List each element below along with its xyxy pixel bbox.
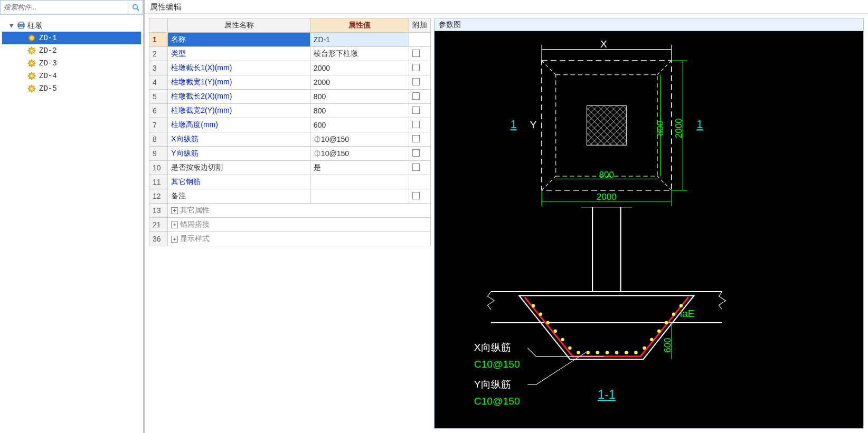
prop-row[interactable]: 11 其它钢筋 xyxy=(149,175,431,189)
svg-text:X: X xyxy=(600,39,607,50)
prop-name: 名称 xyxy=(168,33,310,47)
header-value: 属性值 xyxy=(310,18,409,33)
svg-point-34 xyxy=(31,62,33,64)
svg-point-93 xyxy=(546,321,550,324)
extra-checkbox[interactable] xyxy=(412,92,420,100)
svg-point-14 xyxy=(31,37,33,39)
svg-point-54 xyxy=(31,88,33,90)
prop-value[interactable]: 是 xyxy=(310,161,409,175)
property-pane: 属性编辑 属性名称 属性值 附加 1 名称 ZD-1 2 类型 棱台形下柱墩 3… xyxy=(144,0,868,433)
prop-row[interactable]: 5 柱墩截长2(X)(mm) 800 xyxy=(149,90,431,104)
prop-value[interactable]: 2000 xyxy=(310,75,409,90)
extra-checkbox[interactable] xyxy=(412,149,420,157)
prop-row[interactable]: 3 柱墩截长1(X)(mm) 2000 xyxy=(149,61,431,75)
header-extra: 附加 xyxy=(409,18,431,33)
svg-text:2000: 2000 xyxy=(674,118,684,138)
search-button[interactable] xyxy=(128,0,143,14)
extra-checkbox[interactable] xyxy=(412,64,420,71)
svg-text:1: 1 xyxy=(511,118,517,131)
prop-value[interactable]: ZD-1 xyxy=(310,33,409,47)
search-input[interactable] xyxy=(0,0,128,14)
svg-text:Y: Y xyxy=(530,119,537,130)
prop-row[interactable]: 21 +锚固搭接 xyxy=(149,218,431,232)
svg-point-102 xyxy=(625,351,628,354)
svg-text:X向纵筋: X向纵筋 xyxy=(474,342,511,353)
row-index: 36 xyxy=(149,232,168,246)
prop-group[interactable]: +显示样式 xyxy=(168,232,431,246)
svg-rect-3 xyxy=(19,22,23,24)
prop-row[interactable]: 7 柱墩高度(mm) 600 xyxy=(149,118,431,132)
prop-row[interactable]: 4 柱墩截宽1(Y)(mm) 2000 xyxy=(149,75,431,90)
svg-line-115 xyxy=(536,352,586,384)
tree-collapse-icon[interactable]: ▾ xyxy=(7,20,15,31)
expand-icon[interactable]: + xyxy=(171,236,178,243)
extra-checkbox[interactable] xyxy=(412,50,420,57)
prop-row[interactable]: 36 +显示样式 xyxy=(149,232,431,246)
svg-line-21 xyxy=(34,53,35,54)
extra-checkbox[interactable] xyxy=(412,107,420,114)
prop-extra xyxy=(409,61,431,75)
prop-row[interactable]: 13 +其它属性 xyxy=(149,204,431,218)
row-index: 4 xyxy=(149,75,168,90)
extra-checkbox[interactable] xyxy=(412,135,420,142)
tree-root-node[interactable]: ▾ 柱墩 xyxy=(2,19,141,32)
prop-row[interactable]: 1 名称 ZD-1 xyxy=(149,33,431,47)
svg-point-92 xyxy=(539,313,542,316)
svg-line-13 xyxy=(34,35,35,36)
prop-row[interactable]: 12 备注 xyxy=(149,189,431,204)
prop-extra xyxy=(409,90,431,104)
prop-value[interactable]: 棱台形下柱墩 xyxy=(310,47,409,61)
extra-checkbox[interactable] xyxy=(412,121,420,128)
tree-item-label: ZD-2 xyxy=(39,45,57,56)
prop-group[interactable]: +其它属性 xyxy=(168,204,431,218)
tree-item-ZD-3[interactable]: ZD-3 xyxy=(2,57,141,70)
extra-checkbox[interactable] xyxy=(412,163,420,171)
prop-value[interactable]: 2000 xyxy=(310,61,409,75)
property-table-wrap: 属性名称 属性值 附加 1 名称 ZD-1 2 类型 棱台形下柱墩 3 柱墩截长… xyxy=(149,18,431,429)
prop-row[interactable]: 2 类型 棱台形下柱墩 xyxy=(149,47,431,61)
prop-value[interactable] xyxy=(310,189,409,204)
tree-item-ZD-4[interactable]: ZD-4 xyxy=(2,70,141,82)
svg-line-114 xyxy=(527,348,536,357)
prop-value[interactable]: ⏀10@150 xyxy=(310,147,409,161)
tree-item-label: ZD-1 xyxy=(39,32,57,44)
prop-name: 柱墩高度(mm) xyxy=(168,118,310,132)
prop-name: X向纵筋 xyxy=(168,132,310,147)
prop-row[interactable]: 9 Y向纵筋 ⏀10@150 xyxy=(149,147,431,161)
svg-point-109 xyxy=(680,304,683,307)
prop-value[interactable]: 600 xyxy=(310,118,409,132)
svg-line-57 xyxy=(542,61,556,75)
prop-extra xyxy=(409,104,431,118)
tree-item-ZD-1[interactable]: ZD-1 xyxy=(2,32,141,44)
svg-line-23 xyxy=(34,48,35,49)
prop-value[interactable]: 800 xyxy=(310,104,409,118)
svg-line-41 xyxy=(34,78,35,79)
svg-point-107 xyxy=(665,321,668,324)
prop-row[interactable]: 8 X向纵筋 ⏀10@150 xyxy=(149,132,431,147)
tree-item-ZD-2[interactable]: ZD-2 xyxy=(2,44,141,57)
extra-checkbox[interactable] xyxy=(412,192,420,199)
prop-name: Y向纵筋 xyxy=(168,147,310,161)
svg-point-99 xyxy=(596,351,599,354)
svg-text:1-1: 1-1 xyxy=(598,388,616,401)
prop-extra xyxy=(409,147,431,161)
expand-icon[interactable]: + xyxy=(171,222,178,228)
prop-row[interactable]: 6 柱墩截宽2(Y)(mm) 800 xyxy=(149,104,431,118)
prop-value[interactable]: ⏀10@150 xyxy=(310,132,409,147)
extra-checkbox[interactable] xyxy=(412,78,420,85)
prop-value[interactable] xyxy=(310,175,409,189)
prop-value[interactable]: 800 xyxy=(310,90,409,104)
svg-line-59 xyxy=(542,176,556,190)
svg-line-11 xyxy=(34,40,35,41)
prop-row[interactable]: 10 是否按板边切割 是 xyxy=(149,161,431,175)
row-index: 7 xyxy=(149,118,168,132)
expand-icon[interactable]: + xyxy=(171,207,178,214)
prop-group[interactable]: +锚固搭接 xyxy=(168,218,431,232)
svg-point-105 xyxy=(650,338,653,341)
svg-text:800: 800 xyxy=(655,121,665,136)
svg-line-20 xyxy=(29,48,30,49)
prop-name: 柱墩截宽1(Y)(mm) xyxy=(168,75,310,90)
svg-text:800: 800 xyxy=(599,170,615,180)
svg-point-108 xyxy=(672,313,675,316)
tree-item-ZD-5[interactable]: ZD-5 xyxy=(2,82,141,95)
